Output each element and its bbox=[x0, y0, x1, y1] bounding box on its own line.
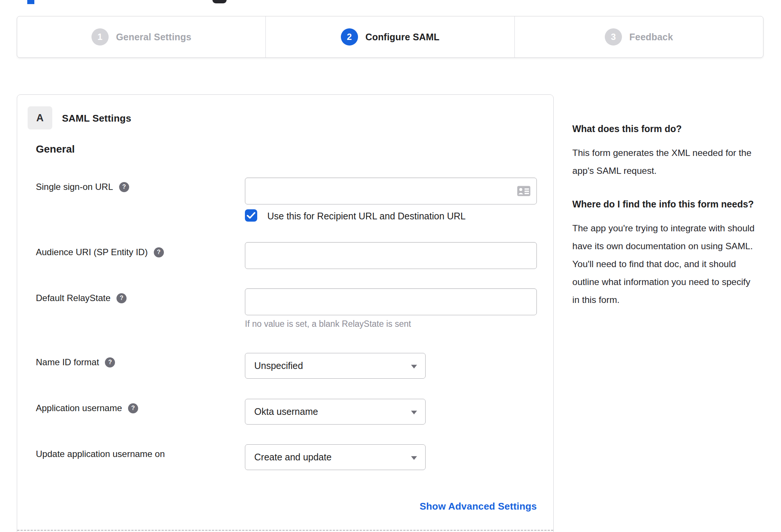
audience-uri-help-icon[interactable]: ? bbox=[154, 247, 164, 257]
relaystate-label-row: Default RelayState ? bbox=[36, 293, 127, 303]
update-username-select[interactable]: Create and update bbox=[245, 444, 426, 470]
app-username-value: Okta username bbox=[254, 406, 318, 417]
sidebar-body-2: The app you're trying to integrate with … bbox=[572, 219, 756, 309]
step-feedback[interactable]: 3 Feedback bbox=[514, 16, 763, 57]
section-a-badge: A bbox=[28, 106, 52, 129]
nameid-format-label: Name ID format bbox=[36, 357, 99, 367]
panel-title: SAML Settings bbox=[62, 113, 131, 124]
app-username-label-row: Application username ? bbox=[36, 403, 138, 413]
show-advanced-settings-link[interactable]: Show Advanced Settings bbox=[245, 501, 537, 512]
caret-down-icon bbox=[411, 456, 417, 460]
nameid-format-select[interactable]: Unspecified bbox=[245, 353, 426, 379]
step-3-number-icon: 3 bbox=[605, 28, 622, 46]
update-username-label-row: Update application username on bbox=[36, 449, 165, 459]
step-2-number-icon: 2 bbox=[341, 28, 358, 46]
relaystate-hint: If no value is set, a blank RelayState i… bbox=[245, 319, 411, 329]
nameid-format-label-row: Name ID format ? bbox=[36, 357, 115, 367]
dashed-section-divider bbox=[17, 530, 553, 531]
step-general-settings[interactable]: 1 General Settings bbox=[17, 16, 265, 57]
sso-url-label-row: Single sign-on URL ? bbox=[36, 182, 129, 192]
step-2-label: Configure SAML bbox=[365, 32, 440, 43]
sidebar-heading-1: What does this form do? bbox=[572, 122, 756, 136]
app-username-help-icon[interactable]: ? bbox=[128, 403, 138, 413]
wizard-stepper: 1 General Settings 2 Configure SAML 3 Fe… bbox=[17, 16, 763, 58]
audience-uri-input[interactable] bbox=[245, 242, 537, 269]
cutoff-fragment-blue bbox=[27, 0, 34, 4]
update-username-value: Create and update bbox=[254, 452, 332, 463]
saml-settings-panel: A SAML Settings General Single sign-on U… bbox=[17, 94, 554, 532]
sso-url-input-wrap bbox=[245, 178, 537, 204]
audience-uri-label: Audience URI (SP Entity ID) bbox=[36, 247, 148, 257]
checkmark-icon bbox=[247, 212, 255, 219]
update-username-label: Update application username on bbox=[36, 449, 165, 459]
help-sidebar: What does this form do? This form genera… bbox=[572, 122, 756, 309]
sso-url-input[interactable] bbox=[245, 178, 537, 204]
app-username-label: Application username bbox=[36, 403, 122, 413]
sso-url-label: Single sign-on URL bbox=[36, 182, 113, 192]
nameid-format-help-icon[interactable]: ? bbox=[105, 357, 115, 367]
step-3-label: Feedback bbox=[629, 32, 673, 43]
recipient-url-checkbox-label[interactable]: Use this for Recipient URL and Destinati… bbox=[267, 211, 466, 222]
sidebar-body-1: This form generates the XML needed for t… bbox=[572, 144, 756, 180]
app-username-select[interactable]: Okta username bbox=[245, 399, 426, 425]
sso-url-help-icon[interactable]: ? bbox=[119, 182, 129, 192]
relaystate-label: Default RelayState bbox=[36, 293, 111, 303]
nameid-format-value: Unspecified bbox=[254, 360, 303, 371]
step-1-label: General Settings bbox=[116, 32, 192, 43]
caret-down-icon bbox=[411, 410, 417, 414]
saml-wizard-page: 1 General Settings 2 Configure SAML 3 Fe… bbox=[0, 0, 781, 532]
step-1-number-icon: 1 bbox=[91, 28, 109, 46]
sidebar-heading-2: Where do I find the info this form needs… bbox=[572, 197, 756, 211]
general-section-heading: General bbox=[36, 143, 75, 155]
caret-down-icon bbox=[411, 364, 417, 368]
audience-uri-label-row: Audience URI (SP Entity ID) ? bbox=[36, 247, 164, 257]
relaystate-help-icon[interactable]: ? bbox=[116, 293, 127, 303]
cutoff-fragment-dark bbox=[212, 0, 227, 3]
step-configure-saml[interactable]: 2 Configure SAML bbox=[265, 16, 514, 57]
relaystate-input[interactable] bbox=[245, 288, 537, 315]
recipient-url-checkbox[interactable] bbox=[245, 209, 257, 222]
